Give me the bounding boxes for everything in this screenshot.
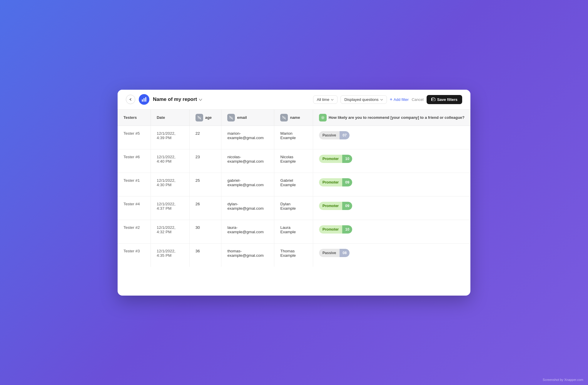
table-row: Tester #6 12/1/2022, 4:40 PM 23 nicolas-… [118,149,470,173]
question-column-icon [319,114,327,121]
nps-badge-5: Passive 08 [319,249,350,257]
cell-age-4: 30 [189,220,221,243]
col-header-question: How likely are you to recommend [your co… [313,110,470,126]
time-filter-label: All time [317,97,330,102]
questions-filter-label: Displayed questions [344,97,378,102]
col-header-testers: Testers [118,110,151,126]
cell-nps-0: Passive 07 [313,126,470,149]
nps-score-5: 08 [340,249,350,257]
header: Name of my report All time Displayed que… [118,90,470,110]
time-filter-chevron-icon [331,98,334,101]
table-row: Tester #5 12/1/2022, 4:39 PM 22 marion-e… [118,126,470,149]
col-date-label: Date [157,115,165,120]
age-column-icon [196,114,203,121]
main-card: Name of my report All time Displayed que… [118,90,470,296]
save-filters-button[interactable]: Save filters [427,95,462,104]
nps-label-4: Promoter [319,225,343,234]
table-row: Tester #3 12/1/2022, 4:35 PM 36 thomas-e… [118,243,470,267]
table-row: Tester #2 12/1/2022, 4:32 PM 30 laura-ex… [118,220,470,243]
back-button[interactable] [126,95,135,104]
report-title: Name of my report [153,96,197,102]
cell-tester-3: Tester #4 [118,196,151,220]
header-filters: All time Displayed questions + Add filte [313,95,462,104]
table-wrapper: Testers Date ag [118,110,470,296]
cell-age-1: 23 [189,149,221,173]
footer-credit: Screenshot by Xnapper.com [543,378,583,381]
svg-point-6 [321,116,325,119]
nps-badge-0: Passive 07 [319,131,350,139]
nps-label-5: Passive [319,249,340,257]
col-email-label: email [237,115,247,120]
cell-age-0: 22 [189,126,221,149]
cell-nps-5: Passive 08 [313,243,470,267]
nps-score-4: 10 [342,225,352,234]
svg-point-8 [323,117,323,117]
cell-date-5: 12/1/2022, 4:35 PM [151,243,189,267]
cell-name-2: Gabriel Example [274,173,313,196]
cell-name-0: Marion Example [274,126,313,149]
logo-icon [139,94,149,105]
cell-email-0: marion-example@gmal.com [221,126,274,149]
nps-badge-3: Promoter 09 [319,202,352,210]
col-header-email: email [221,110,274,126]
cell-tester-2: Tester #1 [118,173,151,196]
report-title-dropdown[interactable]: Name of my report [153,96,202,102]
table-row: Tester #1 12/1/2022, 4:30 PM 25 gabriel-… [118,173,470,196]
cell-date-2: 12/1/2022, 4:30 PM [151,173,189,196]
cell-nps-3: Promoter 09 [313,196,470,220]
cell-email-4: laura-example@gmal.com [221,220,274,243]
svg-rect-0 [142,99,143,102]
col-testers-label: Testers [123,115,137,120]
col-age-label: age [205,115,212,120]
cell-tester-4: Tester #2 [118,220,151,243]
col-header-name: name [274,110,313,126]
nps-score-0: 07 [340,131,350,139]
nps-badge-1: Promoter 10 [319,155,352,163]
svg-rect-1 [143,98,144,102]
cell-email-3: dylan-example@gmal.com [221,196,274,220]
cell-tester-0: Tester #5 [118,126,151,149]
nps-badge-4: Promoter 10 [319,225,352,234]
questions-filter[interactable]: Displayed questions [340,95,387,104]
add-filter-label: Add filter [394,97,409,102]
cell-tester-1: Tester #6 [118,149,151,173]
nps-label-2: Promoter [319,178,343,186]
save-filters-label: Save filters [437,97,457,102]
col-name-label: name [290,115,300,120]
name-column-icon [280,114,288,121]
cell-date-1: 12/1/2022, 4:40 PM [151,149,189,173]
table-header-row: Testers Date ag [118,110,470,126]
report-title-chevron-icon [199,97,202,102]
cell-date-0: 12/1/2022, 4:39 PM [151,126,189,149]
add-filter-button[interactable]: + Add filter [390,97,409,102]
cell-age-2: 25 [189,173,221,196]
cell-age-3: 26 [189,196,221,220]
email-column-icon [227,114,235,121]
nps-label-1: Promoter [319,155,343,163]
cell-name-5: Thomas Example [274,243,313,267]
nps-score-3: 09 [342,202,352,210]
table-row: Tester #4 12/1/2022, 4:37 PM 26 dylan-ex… [118,196,470,220]
nps-label-3: Promoter [319,202,343,210]
add-filter-plus-icon: + [390,97,392,102]
cell-tester-5: Tester #3 [118,243,151,267]
cell-age-5: 36 [189,243,221,267]
col-question-label: How likely are you to recommend [your co… [329,115,465,120]
cell-name-1: Nicolas Example [274,149,313,173]
col-header-age: age [189,110,221,126]
cell-nps-2: Promoter 09 [313,173,470,196]
cancel-button[interactable]: Cancel [412,97,423,102]
nps-badge-2: Promoter 09 [319,178,352,186]
cell-date-3: 12/1/2022, 4:37 PM [151,196,189,220]
svg-rect-2 [145,97,146,102]
cell-email-2: gabriel-example@gmal.com [221,173,274,196]
cell-email-5: thomas-example@gmal.com [221,243,274,267]
cell-name-4: Laura Example [274,220,313,243]
cell-nps-4: Promoter 10 [313,220,470,243]
time-filter[interactable]: All time [313,95,338,104]
cell-date-4: 12/1/2022, 4:32 PM [151,220,189,243]
nps-score-2: 09 [342,178,352,186]
nps-score-1: 10 [342,155,352,163]
data-table: Testers Date ag [118,110,470,267]
svg-point-7 [322,117,322,117]
